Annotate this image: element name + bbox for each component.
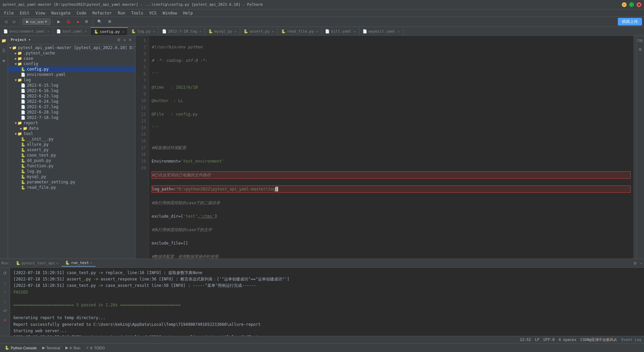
tab-close-environment[interactable]: ✕ xyxy=(47,30,49,33)
menu-navigate[interactable]: Navigate xyxy=(49,10,73,16)
run-config-button[interactable]: ▶ run_test ▾ xyxy=(22,18,51,25)
tab-test-yaml[interactable]: 📄 test.yaml ✕ xyxy=(53,27,91,35)
status-bar: 12:52 LF UTF-8 4 spaces CSDN@亚洲不会败风从 Eve… xyxy=(0,336,644,343)
terminal-button[interactable]: ▶ Terminal xyxy=(40,345,62,351)
next-error-btn[interactable]: ↓ xyxy=(1,297,9,305)
tab-close-readfile[interactable]: ✕ xyxy=(316,30,318,33)
tree-pytest-cache[interactable]: ▶ 📁 .pytest_cache xyxy=(8,50,135,56)
database-icon[interactable]: DB xyxy=(637,37,644,44)
tab-close-bill[interactable]: ✕ xyxy=(354,30,356,33)
toolbar-debug-btn[interactable]: 🐞 xyxy=(64,18,73,25)
toolbar-settings[interactable]: ⚙ xyxy=(106,18,114,25)
toolbar-back[interactable]: ◁ xyxy=(2,18,9,25)
tab-close-waybill[interactable]: ✕ xyxy=(397,30,399,33)
menu-vcs[interactable]: VCS xyxy=(147,10,159,16)
tree-case[interactable]: ▶ 📁 case xyxy=(8,56,135,61)
tree-environment-yaml[interactable]: 📄 environment.yaml xyxy=(8,72,135,77)
tree-case-test[interactable]: 🐍 case_test.py xyxy=(8,152,135,158)
tab-run-test[interactable]: 🐍 run_test ✕ xyxy=(62,260,96,267)
tree-mysql[interactable]: 🐍 mysql_py xyxy=(8,174,135,179)
menu-tools[interactable]: Tools xyxy=(128,10,146,16)
tree-log-627[interactable]: 📄 2022-6-27.log xyxy=(8,104,135,109)
tab-bill[interactable]: 📄 bill.yaml ✕ xyxy=(322,27,359,35)
tree-log-py[interactable]: 🐍 log.py xyxy=(8,169,135,174)
structure-view-icon[interactable]: ⊞ xyxy=(637,46,644,53)
tree-log-623[interactable]: 📄 2022-6-23.log xyxy=(8,93,135,99)
python-console-button[interactable]: 🐍 Python Console xyxy=(3,345,39,351)
tree-report[interactable]: ▼ 📁 report xyxy=(8,120,135,126)
tab-close-test[interactable]: ✕ xyxy=(85,30,87,33)
tree-init[interactable]: 🐍 __init__.py xyxy=(8,136,135,142)
menu-file[interactable]: File xyxy=(1,10,16,16)
toolbar-search[interactable]: 🔍 xyxy=(95,18,104,25)
tree-root[interactable]: ▼ 📁 pytest_api_yaml-master [pytest_api_2… xyxy=(8,45,135,50)
menu-run[interactable]: Run xyxy=(115,10,128,16)
tab-pytest-test-api[interactable]: 🐍 pytest_test_api ✕ xyxy=(12,260,62,266)
toolbar-run-btn[interactable]: ▶ xyxy=(55,18,62,25)
tree-config-py[interactable]: 🐍 config.py xyxy=(8,67,135,72)
tree-param-setting[interactable]: 🐍 parameter_setting.py xyxy=(8,179,135,185)
minimize-button[interactable]: − xyxy=(622,2,627,7)
scroll-end-btn[interactable]: ↓ xyxy=(1,278,9,287)
run-settings-btn[interactable]: ⚙ xyxy=(633,261,638,266)
tab-close-log[interactable]: ✕ xyxy=(153,30,155,33)
rerun-btn[interactable]: ↺ xyxy=(1,269,9,277)
tree-function[interactable]: 🐍 function.py xyxy=(8,163,135,169)
tree-log-615[interactable]: 📄 2022-6-15.log xyxy=(8,83,135,88)
favorites-icon[interactable]: ★ xyxy=(0,57,8,64)
tree-data[interactable]: ▶ 📁 data xyxy=(8,126,135,131)
tree-log-folder[interactable]: ▼ 📁 log xyxy=(8,77,135,83)
tree-log-628[interactable]: 📄 2022-6-28.log xyxy=(8,109,135,115)
tab-config-py[interactable]: 🐍 config.py ✕ xyxy=(91,27,128,35)
close-button[interactable]: ✕ xyxy=(637,2,641,7)
clear-btn[interactable]: ✕ xyxy=(1,316,9,324)
run-button[interactable]: ▶ 4: Run xyxy=(63,345,82,351)
tab-close-config[interactable]: ✕ xyxy=(122,30,124,34)
tab-waybill[interactable]: 📄 waybill.yaml ✕ xyxy=(359,27,404,35)
code-editor[interactable]: 12345 678910 1112131415 1617181920 #!/us… xyxy=(136,36,636,259)
tree-log-616[interactable]: 📄 2022-6-16.log xyxy=(8,88,135,93)
panel-layout-btn[interactable]: ≡ xyxy=(123,37,126,43)
maximize-button[interactable]: □ xyxy=(629,2,634,7)
todo-button[interactable]: ✓ 6: TODO xyxy=(84,345,107,351)
prev-error-btn[interactable]: ↑ xyxy=(1,288,9,296)
menu-edit[interactable]: Edit xyxy=(17,10,32,16)
upload-button[interactable]: 插插上传 xyxy=(618,18,642,26)
menu-help[interactable]: Help xyxy=(180,10,196,16)
tree-config-folder[interactable]: ▼ 📁 config xyxy=(8,61,135,67)
tab-log-py[interactable]: 🐍 log.py ✕ xyxy=(128,27,159,35)
soft-wrap-btn[interactable]: ⏎ xyxy=(1,307,9,315)
menu-code[interactable]: Code xyxy=(74,10,89,16)
tab-log-file[interactable]: 📄 2022-7-18.log ✕ xyxy=(159,27,205,35)
tree-read-file[interactable]: 🐍 read_file.py xyxy=(8,185,135,190)
menu-view[interactable]: View xyxy=(33,10,48,16)
tree-allure[interactable]: 🐍 allure_py xyxy=(8,142,135,147)
code-content[interactable]: #!/usr/bin/env python # -*- coding: utf-… xyxy=(149,36,633,259)
vertical-scrollbar[interactable] xyxy=(633,36,636,259)
tab-close-assert[interactable]: ✕ xyxy=(272,30,274,33)
tab-readfile[interactable]: 🐍 read_file.py ✕ xyxy=(278,27,322,35)
run-close-btn[interactable]: − xyxy=(639,261,643,266)
structure-icon[interactable]: ☰ xyxy=(0,47,8,54)
project-icon[interactable]: 📁 xyxy=(0,37,8,44)
tab-mysql[interactable]: 🐍 mysql_py ✕ xyxy=(205,27,240,35)
menu-refactor[interactable]: Refactor xyxy=(90,10,114,16)
tree-log-718[interactable]: 📄 2022-7-18.log xyxy=(8,115,135,120)
tree-assert-tool[interactable]: 🐍 assert_py xyxy=(8,147,135,152)
tab-close-logfile[interactable]: ✕ xyxy=(199,30,201,33)
tab-environment-yaml[interactable]: 📄 environment.yaml ✕ xyxy=(0,27,53,35)
tree-dd-push[interactable]: 🐍 dd_push.py xyxy=(8,158,135,163)
toolbar-build-btn[interactable]: ⚙ xyxy=(83,18,91,25)
toolbar-stop-btn[interactable]: ■ xyxy=(74,19,82,25)
panel-close-btn[interactable]: ✕ xyxy=(128,37,132,43)
tree-log-624[interactable]: 📄 2022-6-24.log xyxy=(8,99,135,104)
panel-settings-btn[interactable]: ⚙ xyxy=(116,37,121,43)
tab-assert[interactable]: 🐍 assert_py ✕ xyxy=(240,27,278,35)
menu-window[interactable]: Window xyxy=(160,10,180,16)
tree-tool[interactable]: ▼ 📁 tool xyxy=(8,131,135,136)
tab-close-pytest[interactable]: ✕ xyxy=(56,261,58,265)
tab-close-mysql[interactable]: ✕ xyxy=(234,30,236,33)
tab-close-runtest[interactable]: ✕ xyxy=(90,261,92,265)
event-log[interactable]: Event Log xyxy=(621,338,641,342)
toolbar-forward[interactable]: ▷ xyxy=(11,18,18,25)
